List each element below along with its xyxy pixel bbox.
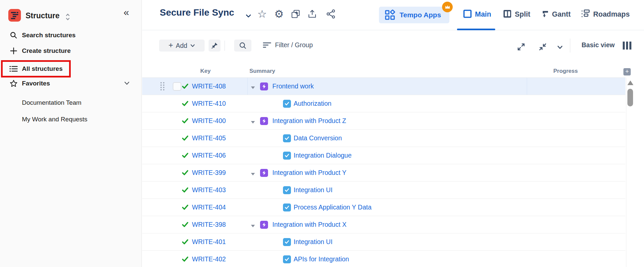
tab-gantt[interactable]: Gantt (540, 9, 571, 20)
search-icon (239, 42, 247, 50)
issue-key-link[interactable]: WRITE-406 (192, 152, 226, 159)
add-column-button[interactable]: + (623, 68, 631, 75)
progress-bar (554, 119, 609, 123)
progress-bar (554, 153, 609, 158)
expander-chevron-icon[interactable] (250, 171, 255, 177)
collapse-all-button[interactable] (538, 43, 547, 51)
issue-summary-link[interactable]: Frontend work (272, 82, 314, 90)
progress-bar (554, 257, 609, 261)
issue-summary-link[interactable]: Authorization (294, 100, 331, 107)
epic-icon (260, 117, 268, 125)
issue-summary-link[interactable]: Integration Dialogue (294, 152, 352, 159)
issue-key-link[interactable]: WRITE-410 (192, 100, 226, 107)
issue-key-link[interactable]: WRITE-400 (192, 117, 226, 125)
issue-key-link[interactable]: WRITE-401 (192, 238, 226, 246)
filter-group-button[interactable]: Filter / Group (263, 41, 313, 49)
list-icon (9, 65, 18, 72)
favorites-chevron-down-icon[interactable] (124, 80, 130, 88)
split-view-icon (503, 9, 512, 20)
status-done-icon (182, 222, 188, 229)
sidebar-collapse-button[interactable]: « (124, 7, 129, 17)
table-row[interactable]: WRITE-406 Integration Dialogue (142, 147, 625, 164)
issue-key-link[interactable]: WRITE-402 (192, 255, 226, 263)
issue-key-link[interactable]: WRITE-408 (192, 82, 226, 90)
table-row[interactable]: WRITE-400 Integration with Product Z (142, 112, 625, 130)
sidebar-item-all-structures[interactable]: All structures (0, 62, 110, 76)
status-done-icon (182, 256, 188, 263)
status-done-icon (182, 101, 188, 108)
view-selector[interactable]: Basic view (582, 41, 615, 49)
table-row[interactable]: WRITE-399 Integration with Product Y (142, 164, 625, 182)
expand-icon (517, 43, 525, 51)
expander-chevron-icon[interactable] (250, 223, 255, 229)
favorite-star-icon[interactable]: ☆ (256, 8, 268, 20)
sidebar-item-search-structures[interactable]: Search structures (0, 28, 110, 43)
tab-roadmaps[interactable]: Roadmaps (581, 9, 630, 20)
task-icon (283, 134, 291, 142)
expander-chevron-icon[interactable] (250, 85, 255, 91)
vertical-scrollbar[interactable] (626, 78, 634, 267)
issue-summary-link[interactable]: Process Application Y Data (294, 203, 372, 211)
sidebar-link-documentation-team[interactable]: Documentation Team (22, 99, 81, 106)
expand-all-button[interactable] (517, 43, 525, 51)
structure-name-chevron-down-icon[interactable] (245, 13, 252, 20)
column-header-summary[interactable]: Summary (249, 68, 275, 74)
table-row[interactable]: WRITE-401 Integration UI (142, 233, 625, 251)
search-button[interactable] (234, 40, 251, 52)
toolbar-divider (570, 39, 570, 53)
issue-summary-link[interactable]: Integration with Product X (272, 221, 346, 228)
issue-summary-link[interactable]: Integration UI (294, 238, 332, 246)
sidebar: Structure « Search structures Create str… (0, 0, 142, 267)
tab-split[interactable]: Split (503, 9, 530, 20)
scrollbar-up-arrow-icon[interactable] (627, 80, 633, 85)
columns-icon[interactable] (623, 42, 631, 50)
expander-chevron-icon[interactable] (250, 119, 255, 125)
status-done-icon (182, 170, 188, 177)
status-done-icon (182, 204, 188, 211)
export-icon[interactable] (306, 8, 318, 20)
column-header-progress[interactable]: Progress (553, 68, 578, 74)
share-icon[interactable] (325, 8, 337, 20)
status-done-icon (182, 153, 188, 160)
issue-key-link[interactable]: WRITE-405 (192, 134, 226, 142)
sidebar-item-label: Create structure (22, 47, 71, 55)
add-button[interactable]: + Add (159, 40, 205, 52)
row-checkbox[interactable] (173, 82, 181, 91)
table-row[interactable]: WRITE-404 Process Application Y Data (142, 199, 625, 216)
gear-icon[interactable]: ⚙ (273, 8, 285, 20)
issue-key-link[interactable]: WRITE-403 (192, 186, 226, 194)
status-done-icon (182, 239, 188, 246)
issue-summary-link[interactable]: Data Conversion (294, 134, 342, 142)
issue-key-link[interactable]: WRITE-399 (192, 169, 226, 177)
table-row[interactable]: WRITE-410 Authorization (142, 95, 625, 112)
issue-summary-link[interactable]: Integration with Product Y (272, 169, 346, 177)
structure-name-dropdown[interactable]: Secure File Sync (160, 7, 234, 18)
issue-key-link[interactable]: WRITE-404 (192, 203, 226, 211)
table-row[interactable]: WRITE-402 APIs for Integration (142, 251, 625, 267)
sidebar-item-favorites[interactable]: Favorites (0, 76, 110, 91)
sidebar-item-create-structure[interactable]: Create structure (0, 44, 110, 58)
table-row[interactable]: WRITE-398 Integration with Product X (142, 216, 625, 233)
sidebar-link-my-work[interactable]: My Work and Requests (22, 116, 87, 123)
pin-button[interactable] (209, 40, 221, 52)
main-panel: Secure File Sync ☆ ⚙ (142, 0, 644, 267)
issue-key-link[interactable]: WRITE-398 (192, 221, 226, 228)
column-header-key[interactable]: Key (200, 68, 211, 74)
table-row[interactable]: WRITE-405 Data Conversion (142, 130, 625, 147)
tempo-apps-button[interactable]: Tempo Apps (379, 7, 449, 23)
sidebar-item-label: All structures (22, 65, 62, 72)
tab-main[interactable]: Main (463, 9, 491, 20)
task-icon (283, 186, 291, 194)
issue-summary-link[interactable]: Integration with Product Z (272, 117, 346, 125)
copy-add-icon[interactable] (290, 8, 302, 20)
epic-icon (260, 169, 268, 177)
progress-bar (554, 136, 609, 140)
scrollbar-thumb[interactable] (627, 89, 633, 106)
issue-summary-link[interactable]: APIs for Integration (294, 255, 349, 263)
drag-handle[interactable] (160, 82, 164, 90)
app-switcher-sorter-icon[interactable] (65, 13, 70, 22)
issue-summary-link[interactable]: Integration UI (294, 186, 332, 194)
table-row[interactable]: WRITE-403 Integration UI (142, 182, 625, 199)
more-options-chevron-icon[interactable] (557, 44, 563, 50)
table-row[interactable]: WRITE-408 Frontend work (142, 78, 625, 95)
